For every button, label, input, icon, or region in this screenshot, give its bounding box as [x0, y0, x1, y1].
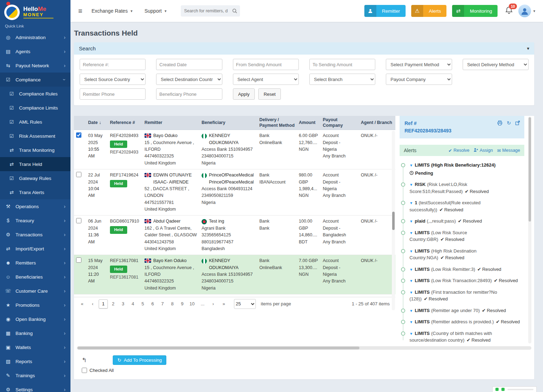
table-row[interactable]: 22 Jul 202410:04 AM REF17419624Held EDWI… — [74, 169, 395, 216]
branch-select[interactable]: Select Branch — [309, 74, 375, 85]
delivery-method-select[interactable]: Select Delivery Method — [463, 59, 529, 70]
checked-all-checkbox[interactable] — [82, 368, 87, 373]
return-arrow-icon[interactable]: ↰ — [82, 356, 87, 364]
resolve-link[interactable]: ✔Resolve — [449, 148, 470, 153]
pagination-next-icon[interactable]: › — [209, 299, 218, 309]
chevron-down-icon[interactable]: ▼ — [409, 291, 413, 294]
chevron-down-icon[interactable]: ▼ — [409, 249, 413, 253]
message-link[interactable]: ✉Message — [497, 148, 520, 153]
page-button[interactable]: 7 — [158, 299, 167, 309]
beneficiary-phone-input[interactable] — [156, 88, 222, 100]
page-button[interactable]: 6 — [148, 299, 157, 309]
assign-link[interactable]: Assign — [474, 148, 493, 153]
pagination-prev-icon[interactable]: ‹ — [88, 299, 97, 309]
page-button[interactable]: 4 — [128, 299, 137, 309]
horizontal-scrollbar[interactable] — [77, 346, 531, 350]
sidebar-item-wallets[interactable]: ▣ Wallets › — [0, 340, 70, 354]
print-icon[interactable] — [497, 120, 502, 126]
sidebar-item-compliance-limits[interactable]: ☑ Compliance Limits — [0, 101, 70, 115]
row-checkbox[interactable] — [76, 218, 81, 223]
search-panel-header[interactable]: Search ▾ — [74, 42, 534, 55]
row-checkbox[interactable] — [76, 132, 81, 138]
notifications-button[interactable]: 10 — [505, 6, 513, 16]
table-row[interactable]: 06 Jun 202411:36 AM BGD86017910Held Abdu… — [74, 216, 395, 255]
scrollbar-thumb[interactable] — [392, 212, 395, 230]
sidebar-item-settings[interactable]: ⚙ Settings › — [0, 382, 70, 392]
table-row-selected[interactable]: 15 May 202411:20 AM REF13617081HeldREF13… — [74, 255, 395, 294]
scrollbar-thumb[interactable] — [78, 347, 359, 349]
agent-select[interactable]: Select Agent — [233, 74, 299, 85]
remitter-phone-input[interactable] — [80, 88, 146, 100]
row-checkbox[interactable] — [76, 257, 81, 263]
sidebar-item-risk-assessment[interactable]: ☑ Risk Assessment — [0, 129, 70, 143]
sidebar-item-remitters[interactable]: ☻ Remitters › — [0, 256, 70, 270]
reference-input[interactable] — [80, 59, 146, 70]
payout-company-select[interactable]: Payout Company — [386, 74, 452, 85]
external-link-icon[interactable] — [515, 120, 520, 125]
sidebar-item-compliance-rules[interactable]: ☑ Compliance Rules — [0, 87, 70, 101]
sidebar-item-aml-rules[interactable]: ☑ AML Rules — [0, 115, 70, 129]
alerts-button[interactable]: ⚠ Alerts — [411, 5, 447, 17]
chevron-down-icon[interactable]: ▼ — [409, 309, 413, 313]
sidebar-item-tranx-alerts[interactable]: ⇄ Tranx Alerts — [0, 185, 70, 199]
remitter-button[interactable]: Remitter — [364, 5, 406, 17]
add-to-processing-button[interactable]: ↻ Add To Processing — [113, 355, 166, 365]
corner-widget[interactable] — [492, 386, 537, 392]
chevron-down-icon[interactable]: ▼ — [409, 219, 413, 223]
sidebar-item-gateway-rules[interactable]: ☑ Gateway Rules — [0, 171, 70, 185]
pagination-first-icon[interactable]: « — [78, 299, 87, 309]
chevron-down-icon[interactable]: ▼ — [409, 279, 413, 283]
refresh-icon[interactable]: ↻ — [507, 120, 511, 126]
search-icon[interactable] — [232, 8, 237, 15]
created-date-input[interactable] — [156, 59, 222, 70]
page-button[interactable]: 8 — [168, 299, 177, 309]
sidebar-item-banking[interactable]: ▦ Banking › — [0, 326, 70, 340]
sidebar-item-operations[interactable]: ⚒ Operations › — [0, 199, 70, 213]
chevron-down-icon[interactable]: ▼ — [409, 332, 413, 336]
page-button[interactable]: 9 — [178, 299, 187, 309]
source-country-select[interactable]: Select Source Country — [80, 74, 146, 85]
sidebar-item-promotions[interactable]: ★ Promotions › — [0, 298, 70, 312]
detail-vertical-scrollbar[interactable] — [528, 117, 531, 343]
destination-country-select[interactable]: Select Destination Countr — [156, 74, 222, 85]
sidebar-item-customer-care[interactable]: ☏ Customer Care › — [0, 284, 70, 298]
sidebar-item-compliance[interactable]: ☑ Compliance › — [0, 73, 70, 87]
row-checkbox[interactable] — [76, 172, 81, 177]
sidebar-item-import-export[interactable]: ⇄ Import/Export › — [0, 242, 70, 256]
page-button[interactable]: 10 — [187, 299, 197, 309]
payment-method-select[interactable]: Select Payment Method — [386, 59, 452, 70]
page-button[interactable]: 2 — [109, 299, 118, 309]
from-amount-input[interactable] — [233, 59, 299, 70]
monitoring-button[interactable]: ⇄ Monitoring — [452, 5, 498, 17]
collapse-icon[interactable]: ▾ — [527, 46, 529, 51]
sidebar-item-administration[interactable]: ◎ Administration › — [0, 30, 70, 44]
scrollbar-thumb[interactable] — [529, 117, 531, 222]
table-vertical-scrollbar[interactable] — [392, 131, 395, 310]
sidebar-item-treasury[interactable]: $ Treasury › — [0, 213, 70, 228]
pagination-last-icon[interactable]: » — [219, 299, 228, 309]
user-menu[interactable]: ▾ — [518, 5, 535, 17]
chevron-down-icon[interactable]: ▼ — [409, 201, 413, 205]
chevron-down-icon[interactable]: ▼ — [409, 183, 413, 187]
search-input[interactable] — [181, 5, 240, 17]
menu-support[interactable]: Support ▾ — [144, 8, 167, 14]
sidebar-item-payout-network[interactable]: ⇆ Payout Network › — [0, 58, 70, 73]
sidebar-item-agents[interactable]: ▤ Agents › — [0, 44, 70, 58]
sidebar-item-trainings[interactable]: ✎ Trainings › — [0, 368, 70, 382]
apply-button[interactable]: Apply — [233, 88, 255, 100]
sidebar-item-beneficiaries[interactable]: ☺ Beneficiaries › — [0, 270, 70, 284]
page-button[interactable]: 1 — [99, 299, 108, 309]
reset-button[interactable]: Reset — [258, 88, 281, 100]
sidebar-item-tranx-held[interactable]: ⇄ Tranx Held — [0, 157, 70, 171]
page-button[interactable]: 5 — [138, 299, 147, 309]
menu-exchange-rates[interactable]: Exchange Rates ▾ — [92, 8, 132, 14]
sort-desc-icon[interactable]: ↓ — [99, 120, 101, 125]
sidebar-item-tranx-monitoring[interactable]: ⇄ Tranx Monitoring — [0, 143, 70, 157]
sidebar-item-reports[interactable]: ▧ Reports › — [0, 354, 70, 368]
table-row[interactable]: 03 May 202510:55 AM REF42028493HeldREF42… — [74, 130, 395, 169]
hamburger-menu-icon[interactable]: ≡ — [78, 7, 82, 15]
sidebar-item-transactions[interactable]: ⚙ Transactions › — [0, 228, 70, 242]
items-per-page-select[interactable]: 25 — [234, 299, 256, 309]
chevron-down-icon[interactable]: ▼ — [409, 231, 413, 235]
chevron-down-icon[interactable]: ▼ — [409, 268, 413, 272]
